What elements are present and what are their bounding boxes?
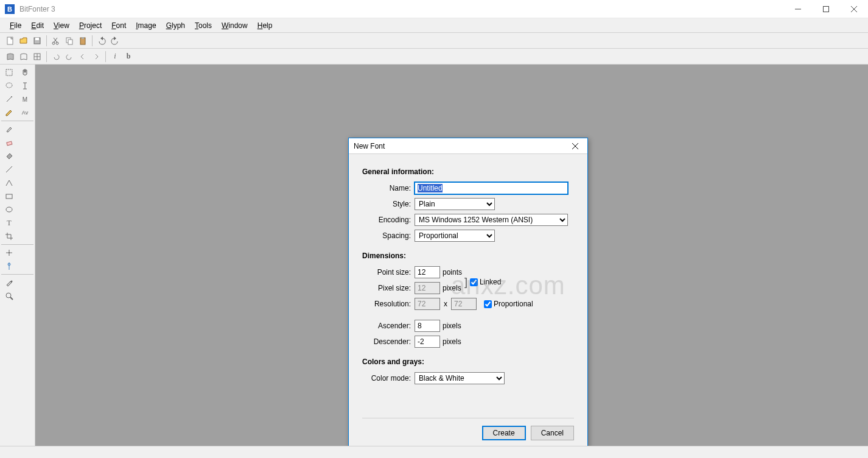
menu-glyph[interactable]: Glyph (161, 20, 190, 31)
svg-rect-14 (82, 37, 84, 39)
crop-icon[interactable] (1, 230, 17, 243)
svg-line-26 (6, 166, 12, 172)
redo-small-icon[interactable] (63, 50, 76, 63)
separator (46, 35, 47, 46)
undo-small-icon[interactable] (49, 50, 63, 63)
minimize-button[interactable] (784, 0, 812, 18)
svg-rect-27 (6, 194, 12, 199)
menu-window[interactable]: Window (217, 20, 253, 31)
maximize-button[interactable] (812, 0, 840, 18)
grid-icon[interactable] (30, 50, 44, 63)
spacer (17, 230, 33, 243)
svg-rect-6 (35, 38, 39, 40)
undo-icon[interactable] (95, 34, 108, 48)
brush-icon[interactable] (1, 122, 17, 136)
pencil-icon[interactable] (1, 106, 17, 119)
dialog-footer: Create Cancel (362, 418, 574, 448)
descender-label: Descender: (362, 337, 415, 346)
line-icon[interactable] (1, 163, 17, 176)
section-dimensions-heading: Dimensions: (362, 252, 574, 260)
name-label: Name: (362, 184, 415, 192)
dialog-titlebar[interactable]: New Font (349, 138, 587, 154)
tool-separator (1, 121, 33, 121)
encoding-select[interactable]: MS Windows 1252 Western (ANSI) (415, 214, 568, 226)
zoom-icon[interactable] (1, 289, 17, 303)
toolbar-main (0, 33, 868, 49)
open-file-icon[interactable] (17, 34, 30, 48)
menu-font[interactable]: Font (107, 20, 131, 31)
menu-tools[interactable]: Tools (190, 20, 217, 31)
ascender-label: Ascender: (362, 322, 415, 330)
guide-icon[interactable] (1, 259, 17, 273)
svg-line-38 (10, 297, 13, 300)
fill-icon[interactable] (1, 149, 17, 163)
point-size-units: points (443, 268, 462, 277)
type-icon[interactable]: T (1, 216, 17, 230)
svg-rect-25 (7, 141, 12, 146)
resolution-y-input (451, 298, 477, 310)
shape-icon[interactable] (1, 176, 17, 189)
color-mode-select[interactable]: Black & White (415, 372, 505, 384)
new-file-icon[interactable] (4, 34, 17, 48)
spacer (17, 246, 33, 259)
descender-input[interactable] (415, 336, 440, 348)
transform-icon[interactable] (1, 246, 17, 259)
ellipse-icon[interactable] (1, 203, 17, 216)
eyedropper-icon[interactable] (1, 276, 17, 289)
close-button[interactable] (840, 0, 868, 18)
dialog-close-button[interactable] (568, 139, 583, 153)
menu-help[interactable]: Help (253, 20, 278, 31)
hand-icon[interactable] (17, 66, 33, 79)
pixel-size-input (415, 282, 440, 294)
spacing-select[interactable]: Proportional (415, 230, 495, 242)
save-icon[interactable] (30, 34, 44, 48)
separator (105, 51, 106, 62)
linked-checkbox[interactable] (470, 278, 478, 286)
ascender-input[interactable] (415, 320, 440, 332)
menu-image[interactable]: Image (131, 20, 161, 31)
lasso-icon[interactable] (1, 79, 17, 93)
rect-icon[interactable] (1, 189, 17, 203)
svg-rect-12 (68, 40, 72, 44)
paste-icon[interactable] (76, 34, 89, 48)
forward-icon[interactable] (89, 50, 103, 63)
eraser-icon[interactable] (1, 136, 17, 149)
style-select[interactable]: Plain (415, 198, 495, 210)
resolution-sep: x (444, 300, 447, 308)
tool-separator (1, 244, 33, 245)
svg-point-36 (11, 281, 13, 283)
main-area: M Av T New Font (0, 65, 868, 446)
spacing-label: Spacing: (362, 231, 415, 240)
style-label: Style: (362, 200, 415, 208)
text-cursor-icon[interactable] (17, 79, 33, 93)
menu-edit[interactable]: Edit (26, 20, 49, 31)
redo-icon[interactable] (108, 34, 122, 48)
marquee-icon[interactable] (1, 66, 17, 79)
book-outline-icon[interactable] (17, 50, 30, 63)
bold-icon[interactable]: b (122, 50, 135, 63)
cut-icon[interactable] (49, 34, 63, 48)
name-input[interactable] (415, 182, 568, 194)
point-size-input[interactable] (415, 266, 440, 278)
svg-point-33 (9, 252, 10, 253)
kerning-icon[interactable]: Av (17, 106, 33, 119)
book-icon[interactable] (4, 50, 17, 63)
svg-point-28 (6, 207, 12, 212)
metrics-icon[interactable]: M (17, 93, 33, 106)
menu-file[interactable]: File (5, 20, 26, 31)
dialog-title: New Font (354, 142, 568, 150)
cancel-button[interactable]: Cancel (531, 426, 574, 440)
spacer (17, 203, 33, 216)
menu-project[interactable]: Project (74, 20, 107, 31)
create-button[interactable]: Create (482, 426, 526, 440)
info-icon[interactable]: i (108, 50, 122, 63)
copy-icon[interactable] (63, 34, 76, 48)
proportional-checkbox[interactable] (484, 300, 492, 308)
wand-icon[interactable] (1, 93, 17, 106)
point-size-label: Point size: (362, 268, 415, 277)
svg-point-37 (6, 293, 11, 298)
menu-view[interactable]: View (49, 20, 74, 31)
back-icon[interactable] (76, 50, 89, 63)
descender-units: pixels (443, 337, 461, 346)
proportional-label: Proportional (494, 300, 533, 308)
